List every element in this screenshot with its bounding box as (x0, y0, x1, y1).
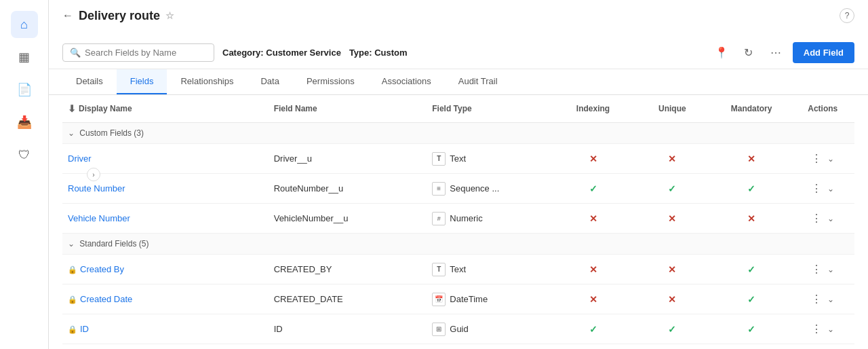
field-display-name-link[interactable]: Route Number (68, 183, 125, 194)
col-header-field-name: Field Name (269, 95, 427, 123)
row-expand-button[interactable]: ⌄ (826, 213, 835, 225)
field-display-name-link[interactable]: Driver (68, 153, 92, 164)
field-display-name-link[interactable]: Created By (80, 264, 124, 274)
tabs-bar: Details Fields Relationships Data Permis… (49, 69, 868, 95)
field-type-cell: T Text (427, 255, 553, 284)
actions-cell: ⋮ ⌄ (791, 174, 854, 204)
add-field-button[interactable]: Add Field (793, 42, 854, 63)
mandatory-cell: ✕ (712, 144, 791, 174)
sidebar-item-document[interactable]: 📄 (11, 76, 38, 103)
table-row: 🔒ID ID ⊞ Guid ✓ ✓ ✓ ⋮ ⌄ (62, 314, 854, 344)
sidebar: ⌂ ▦ 📄 📥 🛡 (0, 0, 49, 349)
col-header-unique: Unique (633, 95, 712, 123)
tab-relationships[interactable]: Relationships (167, 69, 247, 94)
mandatory-cell: ✕ (712, 204, 791, 234)
search-box[interactable]: 🔍 (62, 43, 214, 62)
field-display-name-link[interactable]: ID (80, 324, 89, 334)
indexing-cell: ✕ (553, 255, 633, 284)
field-type-cell: 📅 DateTime (427, 284, 553, 314)
favorite-icon[interactable]: ☆ (165, 10, 174, 21)
sidebar-expand-button[interactable]: › (87, 168, 100, 181)
row-more-button[interactable]: ⋮ (810, 210, 823, 226)
mandatory-cell: ✓ (712, 255, 791, 284)
tab-associations[interactable]: Associations (368, 69, 445, 94)
field-type-label: Text (450, 264, 466, 274)
tab-fields[interactable]: Fields (117, 69, 167, 94)
table-row: 🔒Created By CREATED_BY T Text ✕ ✕ ✓ ⋮ ⌄ (62, 255, 854, 284)
category-badge: Category: Customer Service (222, 48, 341, 58)
section-chevron-custom[interactable]: ⌄ (68, 128, 75, 138)
row-expand-button[interactable]: ⌄ (826, 263, 835, 276)
type-icon: T (432, 152, 446, 166)
indexing-cell: ✓ (553, 314, 633, 344)
unique-cell: ✕ (633, 204, 712, 234)
actions-cell: ⋮ ⌄ (791, 255, 854, 284)
section-chevron-standard[interactable]: ⌄ (68, 239, 75, 249)
row-more-button[interactable]: ⋮ (810, 291, 823, 307)
sidebar-item-inbox[interactable]: 📥 (11, 109, 38, 136)
table-row: Driver Driver__u T Text ✕ ✕ ✕ ⋮ ⌄ (62, 144, 854, 174)
section-header-custom: ⌄ Custom Fields (3) (62, 123, 854, 144)
row-expand-button[interactable]: ⌄ (826, 183, 835, 195)
help-button[interactable]: ? (840, 8, 854, 23)
main-content: ← Delivery route ☆ ? 🔍 Category: Custome… (49, 0, 868, 349)
field-display-name-cell: Vehicle Number (62, 204, 269, 234)
indexing-cell: ✓ (553, 174, 633, 204)
type-icon: ⊞ (432, 323, 446, 336)
field-display-name-cell: 🔒Created Date (62, 284, 269, 314)
actions-cell: ⋮ ⌄ (791, 144, 854, 174)
refresh-button[interactable]: ↻ (738, 43, 759, 63)
section-header-standard: ⌄ Standard Fields (5) (62, 234, 854, 255)
field-name-cell: RouteNumber__u (269, 174, 427, 204)
row-expand-button[interactable]: ⌄ (826, 153, 835, 165)
sidebar-item-grid[interactable]: ▦ (11, 43, 38, 71)
table-row: Route Number RouteNumber__u ≡ Sequence .… (62, 174, 854, 204)
field-name-cell: ID (269, 314, 427, 344)
tab-data[interactable]: Data (247, 69, 292, 94)
page-header: ← Delivery route ☆ (62, 9, 174, 23)
unique-cell: ✕ (633, 284, 712, 314)
tab-details[interactable]: Details (62, 69, 117, 94)
field-display-name-link[interactable]: Created Date (80, 294, 132, 304)
tab-permissions[interactable]: Permissions (293, 69, 368, 94)
row-more-button[interactable]: ⋮ (810, 151, 823, 166)
page-title: Delivery route (79, 9, 160, 23)
indexing-cell: ✕ (553, 204, 633, 234)
shield-icon: 🛡 (18, 148, 31, 162)
col-header-indexing: Indexing (553, 95, 633, 123)
table-header-row: ⬇ Display Name Field Name Field Type Ind… (62, 95, 854, 123)
sidebar-item-home[interactable]: ⌂ (11, 11, 38, 38)
location-button[interactable]: 📍 (711, 43, 732, 63)
mandatory-cell: ✓ (712, 314, 791, 344)
row-more-button[interactable]: ⋮ (810, 181, 823, 196)
field-display-name-link[interactable]: Vehicle Number (68, 213, 130, 223)
field-display-name-cell: 🔒ID (62, 314, 269, 344)
row-more-button[interactable]: ⋮ (810, 321, 823, 337)
field-type-label: Text (450, 153, 466, 164)
unique-cell: ✓ (633, 174, 712, 204)
lock-icon: 🔒 (68, 325, 77, 333)
row-expand-button[interactable]: ⌄ (826, 323, 835, 335)
back-button[interactable]: ← (62, 10, 73, 22)
field-type-cell: ≡ Sequence ... (427, 174, 553, 204)
unique-cell: ✕ (633, 255, 712, 284)
search-input[interactable] (85, 48, 207, 58)
lock-icon: 🔒 (68, 265, 77, 274)
col-header-actions: Actions (791, 95, 854, 123)
tab-audit-trail[interactable]: Audit Trail (445, 69, 511, 94)
field-display-name-cell: 🔒Created By (62, 255, 269, 284)
fields-table-container: ⬇ Display Name Field Name Field Type Ind… (49, 95, 868, 349)
search-icon: 🔍 (70, 48, 81, 58)
row-expand-button[interactable]: ⌄ (826, 293, 835, 306)
field-type-label: Sequence ... (450, 183, 499, 194)
more-options-button[interactable]: ⋯ (766, 43, 786, 63)
col-header-display-name: ⬇ Display Name (62, 95, 269, 123)
col-header-field-type: Field Type (427, 95, 553, 123)
sidebar-item-shield[interactable]: 🛡 (11, 141, 38, 168)
row-more-button[interactable]: ⋮ (810, 261, 823, 277)
field-type-cell: T Text (427, 144, 553, 174)
field-name-cell: VehicleNumber__u (269, 204, 427, 234)
field-type-cell: # Numeric (427, 204, 553, 234)
actions-cell: ⋮ ⌄ (791, 204, 854, 234)
inbox-icon: 📥 (17, 115, 32, 130)
